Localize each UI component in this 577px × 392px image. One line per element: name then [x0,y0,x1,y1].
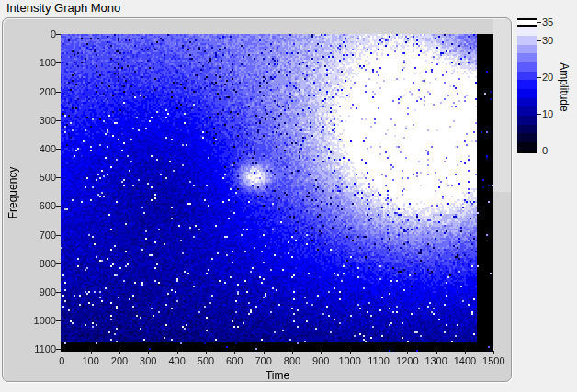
colorbar-axis-label: Amplitude [558,50,571,124]
x-tick-mark [234,351,235,354]
y-tick-mark [56,349,61,350]
y-tick-label: 700 [10,230,56,241]
colorbar-tick-label: 35 [542,17,566,28]
colorbar-tick-mark [537,40,541,41]
x-tick-mark [292,351,293,354]
y-tick-mark [56,235,61,236]
colorbar-tick-mark [537,114,541,115]
colorbar[interactable] [517,18,537,153]
colorbar-tick-label: 30 [542,35,566,46]
colorbar-tick-mark [537,22,541,23]
graph-title: Intensity Graph Mono [6,1,120,15]
y-tick-label: 100 [10,57,56,68]
labview-front-panel: Intensity Graph Mono 0100200300400500600… [0,0,577,392]
y-tick-mark [56,320,61,321]
x-tick-mark [436,351,437,354]
y-axis-label: Frequency [6,156,19,230]
y-tick-label: 900 [10,286,56,297]
y-tick-mark [56,206,61,207]
x-tick-mark [119,351,120,354]
y-tick-label: 0 [10,28,56,39]
y-tick-mark [56,62,61,63]
y-tick-mark [56,292,61,293]
x-tick-mark [264,351,265,354]
y-tick-mark [56,34,61,35]
x-tick-mark [493,351,494,354]
x-tick-label: 1500 [475,355,512,366]
x-tick-mark [62,351,62,354]
x-tick-mark [148,351,149,354]
y-tick-mark [56,263,61,264]
intensity-plot-area[interactable] [61,34,493,352]
x-tick-mark [350,351,351,354]
y-tick-label: 1100 [10,343,56,354]
y-tick-mark [56,149,61,150]
y-tick-label: 400 [10,143,56,154]
y-tick-mark [56,177,61,178]
colorbar-tick-label: 0 [542,145,566,156]
x-tick-mark [407,351,408,354]
x-tick-mark [206,351,207,354]
x-tick-mark [379,351,379,354]
x-tick-mark [177,351,178,354]
colorbar-tick-mark [537,77,541,78]
x-axis-label: Time [250,369,305,382]
x-tick-mark [321,351,322,354]
y-tick-label: 800 [10,258,56,269]
y-tick-label: 300 [10,115,56,126]
y-tick-mark [56,92,61,93]
y-tick-label: 1000 [10,315,56,326]
x-tick-mark [91,351,92,354]
y-tick-mark [56,120,61,121]
y-tick-label: 200 [10,86,56,97]
colorbar-tick-mark [537,151,541,151]
x-tick-mark [465,351,466,354]
plot-right-margin [493,19,511,192]
